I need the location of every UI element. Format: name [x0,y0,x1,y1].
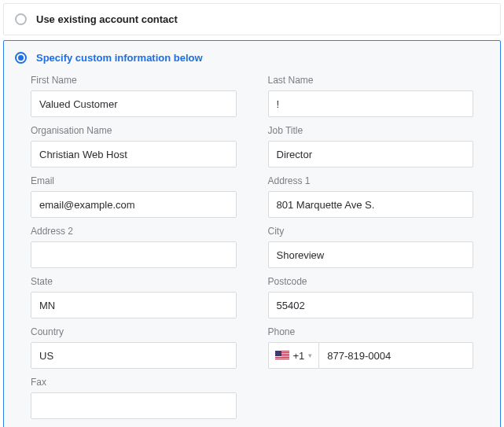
label: State [31,276,237,287]
label: Fax [31,377,237,388]
field-first-name: First Name [31,75,237,117]
option-label: Use existing account contact [36,13,178,25]
option-use-existing[interactable]: Use existing account contact [3,3,501,35]
postcode-input[interactable] [268,292,474,318]
email-input[interactable] [31,191,237,218]
label: Job Title [268,125,474,136]
label: Last Name [268,75,474,86]
label: Email [31,175,237,186]
custom-form: First Name Last Name Organisation Name J… [4,72,500,427]
chevron-down-icon: ▾ [308,352,312,359]
field-postcode: Postcode [268,276,474,318]
option-header[interactable]: Use existing account contact [4,4,500,35]
field-last-name: Last Name [268,75,474,117]
last-name-input[interactable] [268,90,474,117]
label: Postcode [268,276,474,287]
phone-wrap: +1 ▾ [268,342,474,369]
field-country: Country [31,326,237,369]
job-title-input[interactable] [268,141,474,167]
option-header[interactable]: Specify custom information below [4,41,500,72]
fax-input[interactable] [31,392,237,419]
phone-country-selector[interactable]: +1 ▾ [268,342,319,369]
field-address1: Address 1 [268,175,474,218]
field-fax: Fax [31,377,237,419]
phone-prefix-text: +1 [293,350,305,362]
field-job-title: Job Title [268,125,474,167]
field-city: City [268,226,474,268]
option-label: Specify custom information below [36,52,203,64]
address1-input[interactable] [268,191,474,218]
radio-checked-icon[interactable] [15,52,27,64]
label: First Name [31,75,237,86]
empty-cell [268,377,474,419]
city-input[interactable] [268,241,474,268]
field-address2: Address 2 [31,226,237,268]
field-organisation: Organisation Name [31,125,237,167]
field-state: State [31,276,237,318]
address2-input[interactable] [31,241,237,268]
option-specify-custom: Specify custom information below First N… [3,40,501,427]
phone-input[interactable] [318,342,473,369]
field-phone: Phone +1 ▾ [268,326,474,369]
country-input[interactable] [31,342,237,369]
first-name-input[interactable] [31,90,237,117]
label: Address 1 [268,175,474,186]
state-input[interactable] [31,292,237,318]
radio-unchecked-icon[interactable] [15,13,27,25]
label: Address 2 [31,226,237,237]
label: Country [31,326,237,337]
label: Organisation Name [31,125,237,136]
label: City [268,226,474,237]
flag-us-icon [275,351,289,360]
organisation-input[interactable] [31,141,237,167]
field-email: Email [31,175,237,218]
label: Phone [268,326,474,337]
